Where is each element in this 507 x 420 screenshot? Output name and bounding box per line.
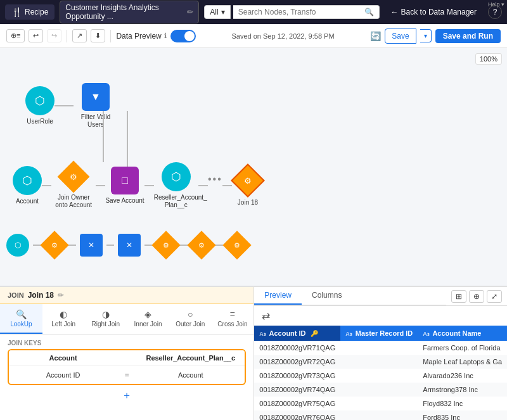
table-row: 0018Z00002gVR75QAG Floyd832 Inc (254, 397, 507, 410)
save-and-run-button[interactable]: Save and Run (435, 29, 501, 43)
left-col-header: Account (9, 350, 117, 366)
user-role-label: UserRole (27, 118, 53, 125)
key-left[interactable]: Account ID (9, 366, 117, 384)
node-save-account[interactable]: □ Save Account (105, 167, 144, 205)
search-area: All ▾ 🔍 (204, 5, 379, 19)
cell-account-id: 0018Z00002gVR73QAG (254, 369, 340, 383)
preview-toggle-icon[interactable]: ⇄ (262, 310, 270, 322)
zoom-in-button[interactable]: ⊕ (469, 290, 484, 303)
join18-diamond: ⚙ (231, 163, 265, 198)
recipe-title-bar[interactable]: Customer Insights Analytics Opportunity … (60, 1, 199, 23)
filter-dropdown[interactable]: All ▾ (204, 5, 230, 19)
zoom-controls: ⊞ ⊕ ⤢ (446, 288, 507, 305)
inner-join-icon: ◈ (144, 309, 151, 319)
share-button[interactable]: ↗ (72, 29, 87, 42)
cell-account-name: Maple Leaf Laptops & Ga (418, 355, 507, 369)
add-join-key-button[interactable]: ＋ (0, 385, 254, 406)
c2 (42, 185, 51, 186)
node-join18[interactable]: ⚙ Join 18 (232, 165, 264, 207)
cell-master-record-id (340, 383, 418, 397)
row3-node5[interactable]: ⚙ (151, 231, 180, 259)
expand-button[interactable]: ⤢ (487, 290, 502, 303)
key-icon: 🔑 (311, 330, 318, 337)
filter-chevron-icon: ▾ (221, 8, 225, 16)
preview-table-head: A₃ Account ID 🔑 A₃ Master Record ID A₃ A… (254, 326, 507, 341)
lookup-icon: 🔍 (16, 309, 27, 319)
zoom-out-button[interactable]: ⊞ (451, 290, 466, 303)
add-node-button[interactable]: ⊕≡ (6, 29, 25, 42)
filter-label-text: Filter Valid Users (74, 113, 118, 129)
join-keys-table: Account Reseller_Account_Plan__c Account… (8, 349, 246, 385)
join18-icon: ⚙ (244, 176, 252, 186)
c6 (222, 185, 232, 186)
preview-tabs: Preview Columns (254, 287, 446, 305)
zoom-indicator: 100% (475, 53, 502, 65)
tab-lookup[interactable]: 🔍 LookUp (0, 304, 42, 334)
join-panel: JOIN Join 18 ✏ 🔍 LookUp ◐ Left Join ◑ Ri… (0, 287, 254, 420)
tab-preview[interactable]: Preview (254, 287, 302, 305)
help-label: ? (493, 8, 497, 16)
redo-button[interactable]: ↪ (47, 29, 61, 42)
edit-title-icon: ✏ (187, 8, 193, 16)
save-account-label: Save Account (105, 197, 144, 205)
node-account[interactable]: ⬡ Account (13, 166, 42, 205)
tab-left-join[interactable]: ◐ Left Join (42, 304, 85, 334)
bottom-area: JOIN Join 18 ✏ 🔍 LookUp ◐ Left Join ◑ Ri… (0, 286, 507, 420)
preview-panel: Preview Columns ⊞ ⊕ ⤢ ⇄ A₃ (254, 287, 507, 420)
info-icon: ℹ (164, 32, 167, 40)
flow-row-3: ⬡ ⚙ ✕ ✕ ⚙ ⚙ ⚙ (6, 234, 247, 257)
col-type-icon-2: A₃ (345, 331, 352, 337)
tab-columns[interactable]: Columns (302, 287, 352, 305)
node-user-role[interactable]: ⬡ UserRole (25, 86, 55, 125)
join-header: JOIN Join 18 ✏ (0, 287, 254, 304)
right-col-header: Reseller_Account_Plan__c (136, 350, 245, 366)
cell-account-id: 0018Z00002gVR74QAG (254, 383, 340, 397)
recipe-label: Recipe (25, 8, 48, 16)
recipe-button[interactable]: 🍴 Recipe (5, 4, 55, 20)
cell-account-name: Alvarado236 Inc (418, 369, 507, 383)
cross-join-icon: = (230, 309, 235, 319)
back-to-data-manager-button[interactable]: ← Back to Data Manager (385, 5, 483, 19)
row3-node6[interactable]: ⚙ (187, 231, 215, 259)
tab-inner-join[interactable]: ◈ Inner Join (127, 304, 169, 334)
join-actions: Cancel Apply (0, 417, 254, 420)
edit-join-name-icon[interactable]: ✏ (58, 291, 64, 300)
node-reseller[interactable]: ⬡ Reseller_Account_ Plan__c (154, 162, 198, 209)
data-preview-toggle[interactable] (170, 30, 196, 42)
flow-row-2: ⬡ Account ⚙ Join Owner onto Account □ Sa… (13, 162, 264, 209)
col-type-icon-3: A₃ (423, 331, 430, 337)
row3-node7[interactable]: ⚙ (222, 231, 251, 259)
help-expand: Help ▾ (485, 0, 507, 9)
node-join-owner[interactable]: ⚙ Join Owner onto Account (51, 162, 96, 209)
preview-scroll[interactable]: A₃ Account ID 🔑 A₃ Master Record ID A₃ A… (254, 326, 507, 420)
preview-top-row: Preview Columns ⊞ ⊕ ⤢ (254, 287, 507, 306)
row3-node1[interactable]: ⬡ (6, 234, 29, 257)
recipe-title-text: Customer Insights Analytics Opportunity … (65, 3, 184, 21)
col-type-icon-1: A₃ (259, 331, 266, 337)
row3-node2[interactable]: ⚙ (40, 231, 68, 259)
table-row: 0018Z00002gVR71QAG Farmers Coop. of Flor… (254, 341, 507, 355)
row3-node4[interactable]: ✕ (118, 234, 141, 257)
tab-cross-join[interactable]: = Cross Join (212, 304, 254, 334)
tab-right-join[interactable]: ◑ Right Join (84, 304, 127, 334)
join-keys-label: Join Keys (0, 334, 254, 349)
flow-row-1: ⬡ UserRole ▼ Filter Valid Users (25, 83, 118, 129)
eq-spacer (117, 350, 136, 366)
key-right[interactable]: Account (136, 366, 245, 384)
table-row: 0018Z00002gVR74QAG Armstrong378 Inc (254, 383, 507, 397)
preview-table: A₃ Account ID 🔑 A₃ Master Record ID A₃ A… (254, 326, 507, 420)
table-row: 0018Z00002gVR73QAG Alvarado236 Inc (254, 369, 507, 383)
node-filter-valid-users[interactable]: ▼ Filter Valid Users (74, 83, 118, 129)
undo-button[interactable]: ↩ (29, 29, 43, 42)
tab-outer-join[interactable]: ○ Outer Join (169, 304, 212, 334)
toolbar: ⊕≡ ↩ ↪ ↗ ⬇ Data Preview ℹ Saved on Sep 1… (0, 24, 507, 48)
search-input[interactable] (238, 8, 364, 16)
row3-node3[interactable]: ✕ (80, 234, 103, 257)
refresh-icon[interactable]: 🔄 (370, 31, 381, 41)
col-master-record-id: A₃ Master Record ID (340, 326, 418, 341)
save-dropdown-button[interactable]: ▾ (420, 29, 432, 42)
save-button[interactable]: Save (385, 29, 416, 44)
c5 (198, 185, 208, 186)
download-button[interactable]: ⬇ (91, 29, 105, 42)
cell-account-name: Armstrong378 Inc (418, 383, 507, 397)
